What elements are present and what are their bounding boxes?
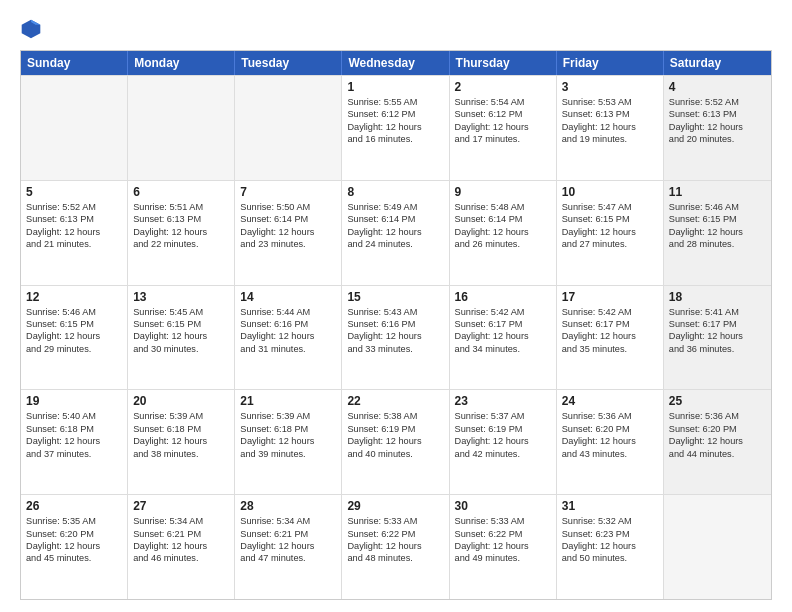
calendar-cell: 24Sunrise: 5:36 AMSunset: 6:20 PMDayligh… xyxy=(557,390,664,494)
cell-info-line: Sunset: 6:15 PM xyxy=(133,318,229,330)
calendar-cell: 31Sunrise: 5:32 AMSunset: 6:23 PMDayligh… xyxy=(557,495,664,599)
cell-info-line: Sunset: 6:16 PM xyxy=(347,318,443,330)
cell-info-line: Sunset: 6:13 PM xyxy=(133,213,229,225)
calendar-cell: 14Sunrise: 5:44 AMSunset: 6:16 PMDayligh… xyxy=(235,286,342,390)
cell-info-line: Sunset: 6:15 PM xyxy=(26,318,122,330)
calendar-cell: 2Sunrise: 5:54 AMSunset: 6:12 PMDaylight… xyxy=(450,76,557,180)
day-number: 8 xyxy=(347,185,443,199)
cell-info-line: Sunrise: 5:35 AM xyxy=(26,515,122,527)
calendar-header-thursday: Thursday xyxy=(450,51,557,75)
cell-info-line: Sunset: 6:13 PM xyxy=(562,108,658,120)
calendar-cell: 5Sunrise: 5:52 AMSunset: 6:13 PMDaylight… xyxy=(21,181,128,285)
cell-info-line: Daylight: 12 hours xyxy=(562,226,658,238)
cell-info-line: and 46 minutes. xyxy=(133,552,229,564)
calendar-cell: 21Sunrise: 5:39 AMSunset: 6:18 PMDayligh… xyxy=(235,390,342,494)
cell-info-line: Daylight: 12 hours xyxy=(240,540,336,552)
cell-info-line: Daylight: 12 hours xyxy=(133,226,229,238)
cell-info-line: Sunrise: 5:48 AM xyxy=(455,201,551,213)
cell-info-line: Daylight: 12 hours xyxy=(347,330,443,342)
calendar-cell: 22Sunrise: 5:38 AMSunset: 6:19 PMDayligh… xyxy=(342,390,449,494)
calendar-cell: 25Sunrise: 5:36 AMSunset: 6:20 PMDayligh… xyxy=(664,390,771,494)
cell-info-line: and 26 minutes. xyxy=(455,238,551,250)
cell-info-line: Sunrise: 5:42 AM xyxy=(562,306,658,318)
calendar-cell: 3Sunrise: 5:53 AMSunset: 6:13 PMDaylight… xyxy=(557,76,664,180)
cell-info-line: Sunrise: 5:38 AM xyxy=(347,410,443,422)
cell-info-line: Sunrise: 5:54 AM xyxy=(455,96,551,108)
calendar-header-sunday: Sunday xyxy=(21,51,128,75)
calendar: SundayMondayTuesdayWednesdayThursdayFrid… xyxy=(20,50,772,600)
cell-info-line: Sunrise: 5:52 AM xyxy=(26,201,122,213)
cell-info-line: Sunset: 6:21 PM xyxy=(133,528,229,540)
cell-info-line: Daylight: 12 hours xyxy=(133,435,229,447)
cell-info-line: and 31 minutes. xyxy=(240,343,336,355)
cell-info-line: Sunrise: 5:46 AM xyxy=(26,306,122,318)
cell-info-line: and 21 minutes. xyxy=(26,238,122,250)
cell-info-line: Daylight: 12 hours xyxy=(26,540,122,552)
day-number: 9 xyxy=(455,185,551,199)
calendar-cell: 15Sunrise: 5:43 AMSunset: 6:16 PMDayligh… xyxy=(342,286,449,390)
calendar-cell: 26Sunrise: 5:35 AMSunset: 6:20 PMDayligh… xyxy=(21,495,128,599)
cell-info-line: Sunrise: 5:50 AM xyxy=(240,201,336,213)
cell-info-line: Daylight: 12 hours xyxy=(455,330,551,342)
cell-info-line: Sunset: 6:14 PM xyxy=(347,213,443,225)
day-number: 14 xyxy=(240,290,336,304)
cell-info-line: and 48 minutes. xyxy=(347,552,443,564)
cell-info-line: Daylight: 12 hours xyxy=(455,226,551,238)
day-number: 13 xyxy=(133,290,229,304)
cell-info-line: Sunset: 6:18 PM xyxy=(240,423,336,435)
cell-info-line: and 24 minutes. xyxy=(347,238,443,250)
cell-info-line: and 29 minutes. xyxy=(26,343,122,355)
calendar-body: 1Sunrise: 5:55 AMSunset: 6:12 PMDaylight… xyxy=(21,75,771,599)
calendar-week-2: 5Sunrise: 5:52 AMSunset: 6:13 PMDaylight… xyxy=(21,180,771,285)
cell-info-line: Sunset: 6:17 PM xyxy=(669,318,766,330)
cell-info-line: Sunset: 6:13 PM xyxy=(26,213,122,225)
day-number: 22 xyxy=(347,394,443,408)
day-number: 19 xyxy=(26,394,122,408)
cell-info-line: Sunrise: 5:39 AM xyxy=(240,410,336,422)
cell-info-line: Sunset: 6:13 PM xyxy=(669,108,766,120)
cell-info-line: Daylight: 12 hours xyxy=(240,330,336,342)
day-number: 5 xyxy=(26,185,122,199)
header xyxy=(20,18,772,40)
calendar-cell: 8Sunrise: 5:49 AMSunset: 6:14 PMDaylight… xyxy=(342,181,449,285)
cell-info-line: and 33 minutes. xyxy=(347,343,443,355)
cell-info-line: Sunrise: 5:52 AM xyxy=(669,96,766,108)
calendar-cell: 30Sunrise: 5:33 AMSunset: 6:22 PMDayligh… xyxy=(450,495,557,599)
day-number: 3 xyxy=(562,80,658,94)
cell-info-line: and 34 minutes. xyxy=(455,343,551,355)
cell-info-line: Sunset: 6:15 PM xyxy=(669,213,766,225)
day-number: 4 xyxy=(669,80,766,94)
calendar-cell: 4Sunrise: 5:52 AMSunset: 6:13 PMDaylight… xyxy=(664,76,771,180)
cell-info-line: Sunrise: 5:46 AM xyxy=(669,201,766,213)
calendar-week-3: 12Sunrise: 5:46 AMSunset: 6:15 PMDayligh… xyxy=(21,285,771,390)
cell-info-line: Sunrise: 5:33 AM xyxy=(455,515,551,527)
calendar-header-saturday: Saturday xyxy=(664,51,771,75)
cell-info-line: Daylight: 12 hours xyxy=(347,540,443,552)
cell-info-line: Daylight: 12 hours xyxy=(562,121,658,133)
cell-info-line: Daylight: 12 hours xyxy=(669,226,766,238)
cell-info-line: Sunset: 6:14 PM xyxy=(455,213,551,225)
calendar-cell: 11Sunrise: 5:46 AMSunset: 6:15 PMDayligh… xyxy=(664,181,771,285)
day-number: 24 xyxy=(562,394,658,408)
cell-info-line: Daylight: 12 hours xyxy=(562,540,658,552)
cell-info-line: Sunset: 6:19 PM xyxy=(347,423,443,435)
cell-info-line: Daylight: 12 hours xyxy=(133,330,229,342)
day-number: 23 xyxy=(455,394,551,408)
cell-info-line: Daylight: 12 hours xyxy=(347,226,443,238)
day-number: 7 xyxy=(240,185,336,199)
cell-info-line: and 44 minutes. xyxy=(669,448,766,460)
calendar-week-4: 19Sunrise: 5:40 AMSunset: 6:18 PMDayligh… xyxy=(21,389,771,494)
day-number: 18 xyxy=(669,290,766,304)
cell-info-line: Sunset: 6:12 PM xyxy=(455,108,551,120)
calendar-cell: 17Sunrise: 5:42 AMSunset: 6:17 PMDayligh… xyxy=(557,286,664,390)
cell-info-line: Daylight: 12 hours xyxy=(240,435,336,447)
calendar-header-friday: Friday xyxy=(557,51,664,75)
cell-info-line: and 23 minutes. xyxy=(240,238,336,250)
calendar-cell: 7Sunrise: 5:50 AMSunset: 6:14 PMDaylight… xyxy=(235,181,342,285)
calendar-cell xyxy=(235,76,342,180)
cell-info-line: Daylight: 12 hours xyxy=(26,226,122,238)
cell-info-line: and 45 minutes. xyxy=(26,552,122,564)
cell-info-line: and 28 minutes. xyxy=(669,238,766,250)
calendar-cell: 27Sunrise: 5:34 AMSunset: 6:21 PMDayligh… xyxy=(128,495,235,599)
day-number: 25 xyxy=(669,394,766,408)
